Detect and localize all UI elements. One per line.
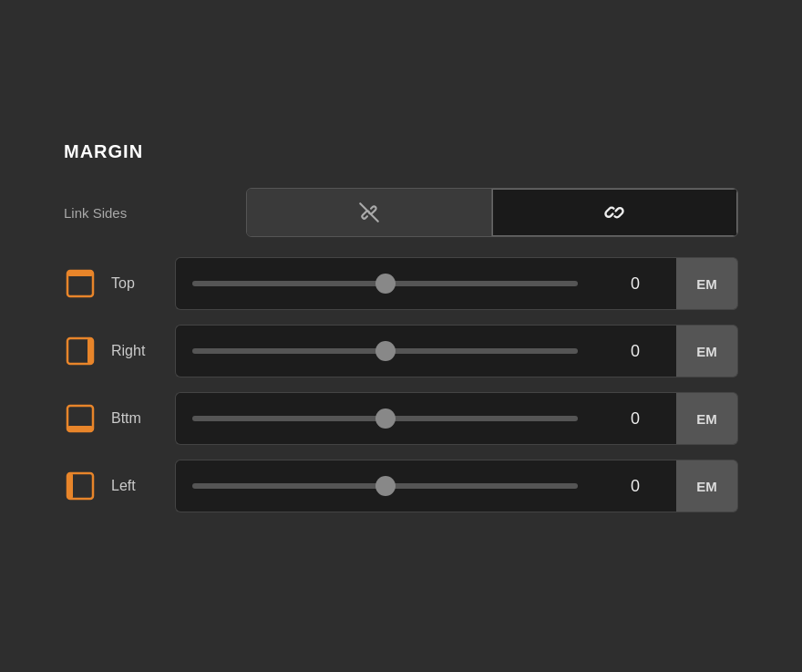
right-unit-button[interactable]: EM <box>676 325 738 377</box>
top-margin-icon <box>64 267 97 300</box>
link-sides-buttons <box>246 188 738 237</box>
right-slider-container <box>175 325 594 377</box>
link-button[interactable] <box>492 189 738 236</box>
bottom-value: 0 <box>594 392 676 445</box>
svg-rect-8 <box>67 473 73 499</box>
right-margin-row: Right 0 EM <box>64 325 738 377</box>
panel-title: MARGIN <box>64 141 738 162</box>
top-slider-container <box>175 257 594 310</box>
unlink-icon <box>357 201 381 224</box>
link-sides-row: Link Sides <box>64 188 738 237</box>
top-margin-row: Top 0 EM <box>64 257 738 310</box>
top-value: 0 <box>594 257 676 310</box>
right-margin-icon <box>64 335 97 367</box>
margin-panel: MARGIN Link Sides <box>27 109 775 563</box>
right-value: 0 <box>594 325 676 377</box>
link-chain-icon <box>602 201 626 224</box>
left-margin-row: Left 0 EM <box>64 460 738 512</box>
bottom-margin-icon <box>64 402 97 435</box>
bottom-margin-row: Bttm 0 EM <box>64 392 738 445</box>
bottom-unit-button[interactable]: EM <box>676 392 738 445</box>
right-label: Right <box>111 343 175 359</box>
left-slider[interactable] <box>192 483 578 489</box>
svg-rect-4 <box>87 338 93 364</box>
top-unit-button[interactable]: EM <box>676 257 738 310</box>
left-slider-container <box>175 460 594 512</box>
svg-rect-6 <box>67 426 93 431</box>
top-slider[interactable] <box>192 281 578 286</box>
top-label: Top <box>111 275 175 292</box>
svg-rect-2 <box>67 271 93 276</box>
left-label: Left <box>111 478 175 494</box>
left-value: 0 <box>594 460 676 512</box>
right-slider[interactable] <box>192 348 578 354</box>
left-unit-button[interactable]: EM <box>676 460 738 512</box>
bottom-slider-container <box>175 392 594 445</box>
unlink-button[interactable] <box>247 189 492 236</box>
bottom-label: Bttm <box>111 410 175 427</box>
left-margin-icon <box>64 470 97 502</box>
link-sides-label: Link Sides <box>64 205 246 221</box>
bottom-slider[interactable] <box>192 416 578 421</box>
